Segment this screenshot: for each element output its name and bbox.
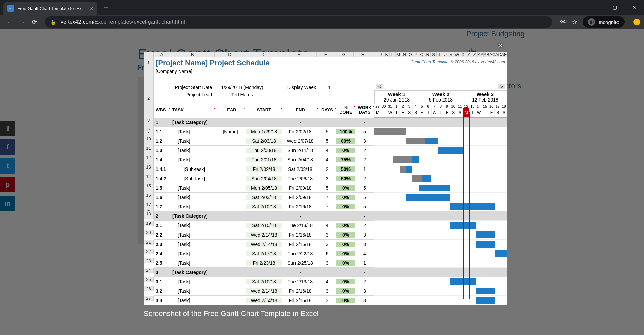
close-window-button[interactable]: ✕ [625,1,644,14]
task-row: 91.1[Task][Name]Mon 1/29/18Fri 2/02/1851… [144,127,507,136]
back-button[interactable]: ← [4,16,16,28]
eye-off-icon[interactable]: 👁 [560,19,567,26]
category-row: 182[Task Category]-- [144,211,507,221]
col-letter: AD [495,52,501,57]
col-letter: E [281,52,317,57]
col-letter: V [448,52,454,57]
th-work: WORK DAYS [355,105,374,115]
task-row: 161.6[Task]Sat 2/03/18Fri 2/09/1870%5 [144,193,507,202]
th-days: DAYS [318,107,336,112]
col-letter: J [378,52,384,57]
task-row: 111.3[Task]Thu 2/08/18Sun 2/11/1840%2 [144,146,507,155]
forward-button[interactable]: → [16,16,28,28]
titlebar: v42 Free Gantt Chart Template for Ex × ＋… [0,0,644,15]
lightbox-image: ABCDEFGHIJKLMNOPQRSTUVWXYZAAABACADAE 1 2… [144,52,507,305]
minimize-button[interactable]: — [586,1,605,14]
copyright-text: © 2006-2018 by Vertex42.com [451,60,505,64]
col-letter: P [413,52,419,57]
start-date-label: Project Start Date [154,85,215,90]
task-row: 263.2[Task]Wed 2/14/18Fri 2/16/1830%3 [144,286,507,296]
company-name: [Company Name] [154,68,374,77]
th-done: % DONE [336,105,355,115]
display-week-value: 1 [319,85,339,90]
col-letter: M [396,52,401,57]
col-letter: Z [472,52,478,57]
col-letter: L [390,52,395,57]
category-row: 243[Task Category]-- [144,268,507,277]
col-letter: A [154,52,170,57]
task-row: 192.1[Task]Sat 2/10/18Tue 2/13/1840%2 [144,221,507,230]
col-letter: D [245,52,281,57]
window-controls: — ▢ ✕ [586,1,644,14]
task-row: 273.3[Task]Wed 2/14/18Fri 2/16/1830%3 [144,296,507,305]
reload-button[interactable]: ⟳ [28,16,40,28]
share-generic-icon[interactable]: ⇪ [0,121,15,136]
col-letter: AE [501,52,507,57]
lead-value: Ted Harris [215,92,269,97]
th-end: END [282,107,318,112]
task-row: 141.4.2[Sub-task]Sun 2/04/18Tue 2/06/183… [144,174,507,183]
column-headers: ABCDEFGHIJKLMNOPQRSTUVWXYZAAABACADAE [144,52,507,57]
col-letter: AB [484,52,490,57]
week-next-button[interactable]: > [498,84,505,89]
address-bar[interactable]: 🔒 vertex42.com/ExcelTemplates/excel-gant… [45,16,552,28]
lightbox-caption: Screenshot of the Free Gantt Chart Templ… [144,309,319,318]
favicon: v42 [7,5,14,12]
share-linkedin-icon[interactable]: in [0,196,15,211]
col-letter: AC [489,52,495,57]
week-prev-button[interactable]: < [376,84,383,89]
task-row: 101.2[Task]Sat 2/03/18Wed 2/07/18560%3 [144,136,507,146]
th-lead: LEAD [215,107,246,112]
lead-label: Project Lead [154,92,215,97]
col-letter: B [170,52,215,57]
task-row: 202.2[Task]Wed 2/14/18Fri 2/16/1830%3 [144,230,507,240]
template-link[interactable]: Gantt Chart Template [410,60,448,64]
lightbox-close-icon[interactable]: × [498,40,503,51]
task-row: 151.5[Task]Mon 2/05/18Fri 2/09/1850%5 [144,183,507,193]
col-letter: Q [419,52,425,57]
share-twitter-icon[interactable]: t [0,158,15,174]
project-title: [Project Name] Project Schedule [156,59,270,67]
col-letter: U [442,52,448,57]
th-task: TASK [170,107,215,112]
col-letter: H [354,52,372,57]
bookmark-star-icon[interactable]: ☆ [572,18,577,26]
category-row: 81[Task Category]-- [144,118,507,127]
browser-tab[interactable]: v42 Free Gantt Chart Template for Ex × [3,2,97,15]
task-row: 131.4.1[Sub-task]Fri 2/02/18Sat 2/03/182… [144,164,507,174]
url-text: vertex42.com/ExcelTemplates/excel-gantt-… [61,19,185,25]
new-tab-button[interactable]: ＋ [103,3,109,12]
maximize-button[interactable]: ▢ [605,1,625,14]
task-row: 253.1[Task]Sat 2/10/18Tue 2/13/1840%2 [144,277,507,286]
rownum-gutter: 1 2 3 4 5 6 7 [144,57,154,118]
task-row: 171.7[Task]Sat 2/10/18Fri 2/16/1870%5 [144,202,507,211]
share-pinterest-icon[interactable]: p [0,177,15,192]
incognito-icon: ◐ [588,18,595,26]
spreadsheet: ABCDEFGHIJKLMNOPQRSTUVWXYZAAABACADAE 1 2… [144,52,507,305]
share-column: ⇪ f t p in [0,121,15,211]
incognito-label: Incognito [599,19,619,25]
task-row: 212.3[Task]Wed 2/14/18Fri 2/16/1830%3 [144,240,507,249]
col-letter: O [407,52,413,57]
col-letter: C [215,52,245,57]
col-letter: S [431,52,436,57]
th-wbs: WBS [154,107,170,112]
profile-avatar[interactable] [633,19,640,25]
share-facebook-icon[interactable]: f [0,139,15,155]
start-date-value: 1/29/2018 (Monday) [215,85,269,90]
task-row: 121.4[Task]Thu 2/01/18Sun 2/04/18475%2 [144,155,507,164]
col-letter: Y [466,52,472,57]
col-letter: N [401,52,407,57]
lock-icon: 🔒 [50,19,56,25]
tab-close-icon[interactable]: × [90,5,93,12]
col-letter: R [425,52,431,57]
col-letter: T [437,52,442,57]
col-letter: AA [478,52,484,57]
th-start: START [246,107,282,112]
browser-toolbar: ← → ⟳ 🔒 vertex42.com/ExcelTemplates/exce… [0,15,644,29]
sidebar-link[interactable]: Project Budgeting [466,29,607,38]
col-letter: I [372,52,378,57]
col-letter: F [317,52,335,57]
incognito-chip[interactable]: ◐ Incognito [583,16,625,28]
display-week-label: Display Week [269,85,319,90]
